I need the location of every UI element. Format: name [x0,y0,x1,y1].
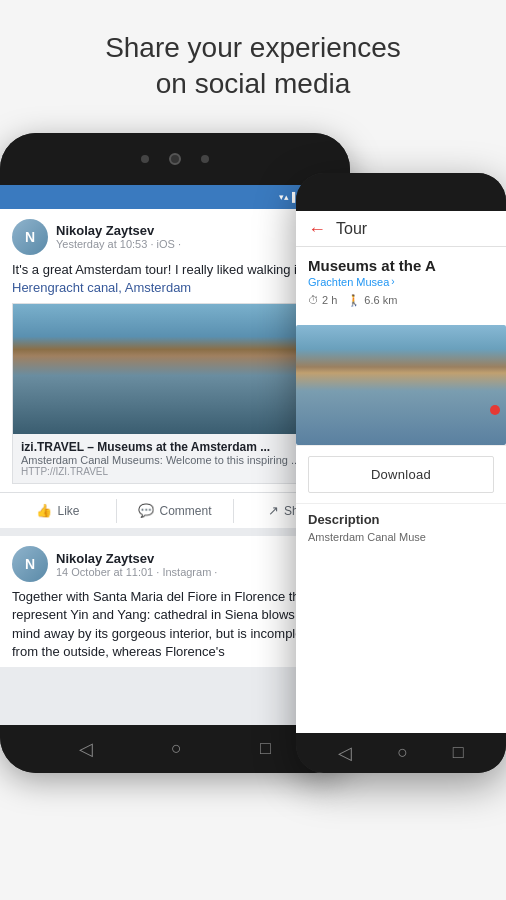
right-phone-bottom-bar: ◁ ○ □ [296,733,506,773]
page-header: Share your experiences on social media [0,0,506,123]
post-meta-2: Nikolay Zaytsev 14 October at 11:01 · In… [56,551,217,578]
app-bar-title: Tour [336,220,367,238]
like-icon: 👍 [36,503,52,518]
post-timestamp-1: Yesterday at 10:53 · iOS · [56,238,181,250]
speaker-left [141,155,149,163]
post-header-left: N Nikolay Zaytsev Yesterday at 10:53 · i… [12,219,181,255]
right-home-nav[interactable]: ○ [397,742,408,763]
post-header-left-2: N Nikolay Zaytsev 14 October at 11:01 · … [12,546,217,582]
link-preview-image [13,304,337,434]
comment-button[interactable]: 💬 Comment [117,497,233,524]
link-preview-1[interactable]: izi.TRAVEL – Museums at the Amsterdam ..… [12,303,338,484]
download-container: Download [296,445,506,503]
share-icon: ↗ [268,503,279,518]
red-dot-indicator [490,405,500,415]
post-author-2: Nikolay Zaytsev [56,551,217,566]
back-arrow-icon[interactable]: ← [308,219,326,240]
post-link-text[interactable]: Herengracht canal, Amsterdam [12,280,191,295]
chevron-icon: › [391,276,394,287]
post-timestamp-2: 14 October at 11:01 · Instagram · [56,566,217,578]
canal-scene [13,304,337,434]
left-phone-top-bar [0,133,350,185]
right-phone-top-bar [296,173,506,211]
like-button[interactable]: 👍 Like [0,497,116,524]
comment-icon: 💬 [138,503,154,518]
home-nav-button[interactable]: ○ [171,738,182,759]
phones-container: ▾▴ ▌ ▭ 12:00 N Nikolay [0,133,506,793]
walk-icon: 🚶 [347,294,361,307]
description-title: Description [308,512,494,527]
description-section: Description Amsterdam Canal Muse [296,503,506,553]
link-title: izi.TRAVEL – Museums at the Amsterdam ..… [21,440,329,454]
tour-image-scene [296,325,506,445]
avatar-1: N [12,219,48,255]
right-phone: ← Tour Museums at the A Grachten Musea ›… [296,173,506,773]
tour-image [296,325,506,445]
link-url: http://izi.travel [21,466,329,477]
link-info: izi.TRAVEL – Museums at the Amsterdam ..… [13,434,337,483]
right-phone-screen: ← Tour Museums at the A Grachten Musea ›… [296,211,506,733]
tour-subtitle[interactable]: Grachten Musea › [308,276,494,288]
description-text: Amsterdam Canal Muse [308,530,494,545]
right-recents-nav[interactable]: □ [453,742,464,763]
avatar-2: N [12,546,48,582]
back-nav-button[interactable]: ◁ [79,738,93,760]
speaker-right [201,155,209,163]
wifi-icon: ▾▴ [279,192,289,202]
tour-content: Museums at the A Grachten Musea › ⏱ 2 h … [296,247,506,325]
tour-distance: 🚶 6.6 km [347,294,397,307]
recents-nav-button[interactable]: □ [260,738,271,759]
right-back-nav[interactable]: ◁ [338,742,352,764]
tour-title: Museums at the A [308,257,494,274]
tour-stats: ⏱ 2 h 🚶 6.6 km [308,294,494,307]
camera-left [169,153,181,165]
post-meta-1: Nikolay Zaytsev Yesterday at 10:53 · iOS… [56,223,181,250]
page-title: Share your experiences on social media [20,30,486,103]
download-button[interactable]: Download [308,456,494,493]
tour-duration: ⏱ 2 h [308,294,337,306]
link-desc: Amsterdam Canal Museums: Welcome to this… [21,454,329,466]
clock-icon: ⏱ [308,294,319,306]
post-author-1: Nikolay Zaytsev [56,223,181,238]
app-bar: ← Tour [296,211,506,247]
